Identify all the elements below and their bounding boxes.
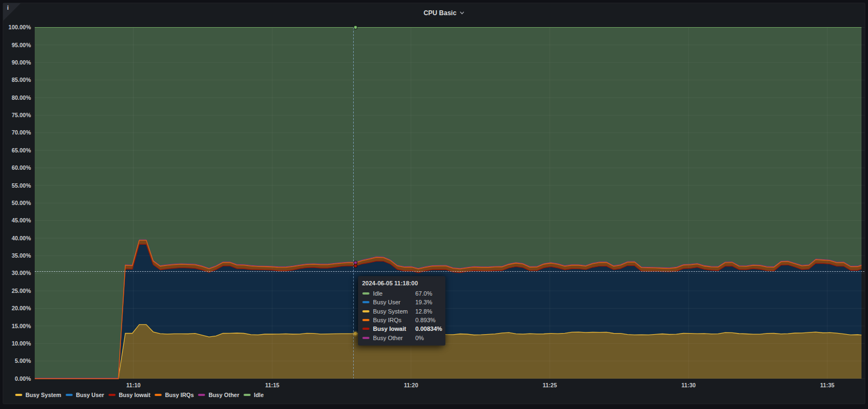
svg-text:75.00%: 75.00%	[11, 112, 31, 118]
svg-text:11:35: 11:35	[820, 382, 834, 388]
svg-text:100.00%: 100.00%	[9, 24, 31, 30]
svg-text:95.00%: 95.00%	[11, 42, 31, 48]
svg-text:15.00%: 15.00%	[11, 323, 31, 329]
svg-text:11:20: 11:20	[404, 382, 418, 388]
svg-text:20.00%: 20.00%	[11, 305, 31, 311]
svg-text:90.00%: 90.00%	[11, 59, 31, 66]
svg-text:0.00%: 0.00%	[15, 375, 31, 382]
svg-text:11:15: 11:15	[265, 382, 279, 388]
svg-text:80.00%: 80.00%	[11, 94, 31, 101]
svg-text:65.00%: 65.00%	[11, 147, 31, 154]
svg-text:35.00%: 35.00%	[11, 252, 31, 259]
svg-text:25.00%: 25.00%	[11, 287, 31, 294]
svg-text:11:30: 11:30	[681, 382, 695, 388]
svg-text:30.00%: 30.00%	[11, 270, 31, 276]
svg-text:70.00%: 70.00%	[11, 129, 31, 136]
svg-text:45.00%: 45.00%	[11, 217, 31, 223]
svg-text:5.00%: 5.00%	[15, 357, 31, 364]
svg-text:55.00%: 55.00%	[11, 182, 31, 189]
svg-text:40.00%: 40.00%	[11, 235, 31, 241]
svg-text:11:25: 11:25	[542, 382, 557, 388]
svg-text:60.00%: 60.00%	[11, 164, 31, 171]
svg-text:50.00%: 50.00%	[11, 200, 31, 206]
svg-text:85.00%: 85.00%	[11, 76, 31, 83]
svg-text:11:10: 11:10	[126, 382, 141, 388]
svg-text:10.00%: 10.00%	[11, 340, 31, 347]
